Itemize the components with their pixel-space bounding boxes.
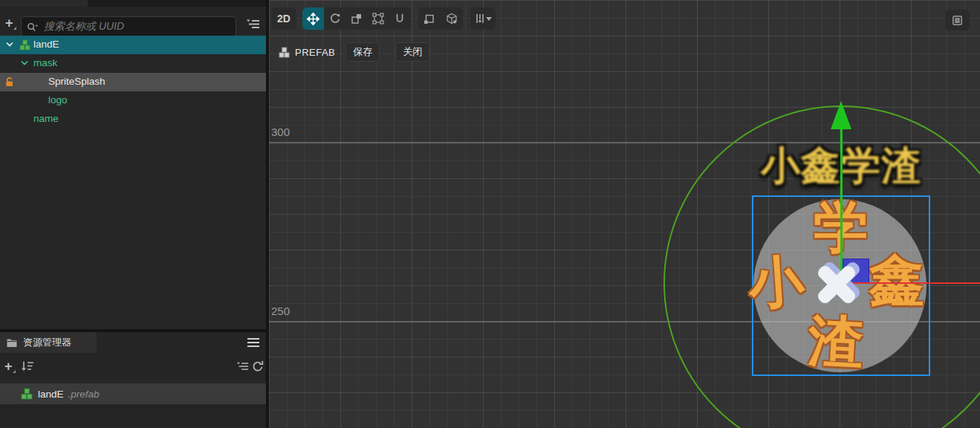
coordinate-toggle-button[interactable] (441, 7, 463, 30)
folder-icon (6, 338, 18, 348)
tree-row-mask[interactable]: mask (0, 54, 266, 73)
assets-toolbar: + (0, 353, 266, 380)
menu-icon[interactable] (247, 337, 260, 348)
gizmo-option-group (418, 7, 463, 30)
chevron-down-icon[interactable] (20, 59, 29, 70)
prefab-cube-icon (21, 388, 33, 400)
hierarchy-search-input[interactable] (42, 20, 230, 33)
move-tool-button[interactable] (302, 7, 324, 30)
filter-icon[interactable] (246, 19, 260, 30)
scale-icon (351, 13, 363, 25)
gizmo-settings-icon (475, 13, 485, 25)
hierarchy-search[interactable] (21, 16, 236, 36)
pivot-toggle-button[interactable] (418, 7, 441, 30)
asset-extension: .prefab (68, 389, 100, 400)
fit-view-icon (952, 15, 963, 26)
save-prefab-button[interactable]: 保存 (345, 42, 380, 62)
filter-icon[interactable] (236, 361, 249, 372)
node-label: logo (48, 94, 68, 106)
add-asset-button[interactable]: + (4, 360, 13, 373)
toggle-2d-3d-button[interactable]: 2D (271, 7, 296, 30)
hierarchy-tab-strip (0, 0, 266, 7)
move-icon (307, 13, 319, 25)
asset-row-landE-prefab[interactable]: landE .prefab (0, 383, 266, 404)
node-label: name (33, 113, 59, 124)
chevron-down-icon (486, 17, 492, 21)
search-icon (27, 22, 39, 32)
ruler-label-300: 300 (271, 126, 290, 138)
ruler-label-250: 250 (271, 305, 290, 317)
scene-view[interactable]: 300 250 小鑫学渣 学 小 鑫 渣 2D (269, 0, 980, 428)
logo-char-bottom: 渣 (805, 311, 867, 373)
anchor-tool-button[interactable] (389, 7, 410, 30)
tree-row-SpriteSplash[interactable]: SpriteSplash (0, 73, 266, 91)
asset-name: landE (38, 389, 64, 400)
tree-row-logo[interactable]: logo (0, 91, 266, 110)
rect-transform-icon (372, 13, 384, 25)
hierarchy-toolbar: + (0, 7, 266, 34)
close-prefab-button[interactable]: 关闭 (395, 42, 429, 62)
gizmo-settings-group (470, 7, 496, 30)
prefab-cube-icon (19, 39, 30, 53)
node-label: mask (33, 57, 57, 68)
prefab-edit-bar: PREFAB 保存 关闭 (269, 42, 429, 62)
left-panels: + landE (0, 0, 266, 428)
logo-char-right: 鑫 (867, 251, 927, 311)
logo-char-left: 小 (744, 250, 808, 314)
rotate-tool-button[interactable] (324, 7, 345, 30)
transform-tool-group (302, 7, 411, 30)
gizmo-settings-button[interactable] (470, 7, 496, 30)
assets-header: 资源管理器 (0, 332, 266, 353)
tree-row-landE[interactable]: landE (0, 36, 266, 54)
sort-icon[interactable] (21, 360, 34, 372)
node-label: SpriteSplash (48, 76, 106, 87)
tree-row-name[interactable]: name (0, 110, 266, 129)
pivot-icon (424, 13, 435, 25)
coordinate-icon (446, 13, 458, 25)
node-label: landE (33, 39, 59, 50)
gizmo-y-arrow[interactable] (831, 101, 851, 129)
hierarchy-tree: landE mask SpriteSplash logo name (0, 36, 266, 129)
lock-open-icon[interactable] (4, 77, 15, 90)
add-node-button[interactable]: + (5, 16, 13, 30)
chevron-down-icon[interactable] (5, 40, 14, 51)
prefab-cube-icon (279, 47, 290, 58)
refresh-icon[interactable] (252, 360, 264, 372)
anchor-icon (394, 13, 406, 25)
tab-assets[interactable]: 资源管理器 (0, 332, 97, 353)
fit-view-button[interactable] (945, 10, 970, 30)
assets-panel-title: 资源管理器 (23, 336, 71, 349)
rotate-icon (329, 13, 341, 25)
prefab-mode-label: PREFAB (295, 47, 335, 58)
assets-empty-area (0, 404, 266, 428)
rect-transform-tool-button[interactable] (367, 7, 389, 30)
scale-tool-button[interactable] (345, 7, 367, 30)
cocos-editor-window: + landE (0, 0, 980, 428)
